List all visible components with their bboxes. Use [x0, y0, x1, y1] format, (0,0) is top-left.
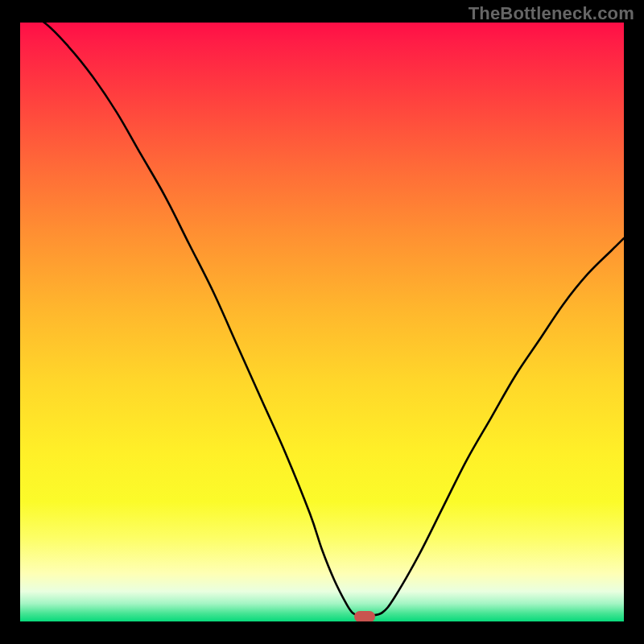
watermark-text: TheBottleneck.com — [469, 3, 634, 24]
curve-path — [20, 23, 624, 616]
bottleneck-curve — [20, 23, 624, 621]
plot-area — [20, 23, 624, 621]
optimum-marker — [354, 611, 375, 621]
chart-stage: TheBottleneck.com — [0, 0, 644, 644]
